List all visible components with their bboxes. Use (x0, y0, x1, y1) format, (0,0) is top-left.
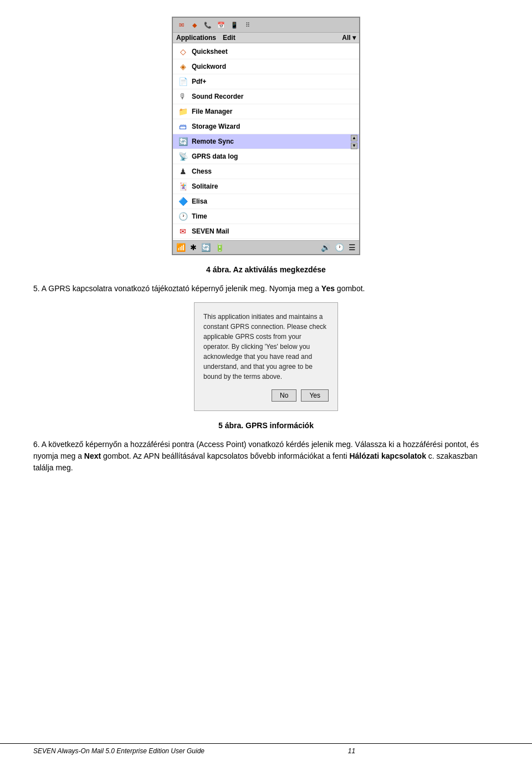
dialog-buttons: No Yes (203, 389, 329, 402)
device-icon: 📱 (229, 20, 239, 30)
elisa-icon: 🔷 (177, 196, 188, 207)
device-menu-bar: Applications Edit All ▾ (173, 33, 359, 43)
bottom-menu-icon: ☰ (349, 243, 356, 252)
app-item-remote-sync[interactable]: 🔄 Remote Sync (173, 134, 359, 149)
menu-items: Applications Edit (176, 34, 236, 42)
paragraph6-prefix: 6. (33, 440, 42, 449)
app-item-elisa[interactable]: 🔷 Elisa (173, 194, 359, 209)
bottom-sync-icon: 🔄 (201, 243, 211, 252)
sound-recorder-icon: 🎙 (177, 91, 188, 102)
paragraph5-text2: gombot. (335, 284, 365, 293)
paragraph5-yes: Yes (321, 284, 335, 293)
bottom-bluetooth-icon: ✱ (190, 243, 197, 252)
footer-page-number: 11 (348, 747, 355, 755)
paragraph6-next: Next (84, 452, 101, 460)
app-item-chess[interactable]: ♟ Chess (173, 164, 359, 179)
paragraph6-text2: gombot. Az APN beállításával kapcsolatos… (101, 452, 349, 460)
phone-icon: 📞 (203, 20, 213, 30)
app-name-gprs-data-log: GPRS data log (192, 153, 238, 160)
footer-center: 11 (204, 747, 499, 755)
paragraph-5: 5. A GPRS kapcsolatra vonatkozó tájékozt… (33, 283, 499, 295)
envelope-icon: ✉ (176, 20, 186, 30)
dialog-text: This application initiates and maintains… (203, 312, 329, 382)
app-name-remote-sync: Remote Sync (192, 138, 234, 145)
device-screen: ✉ ◆ 📞 📅 📱 ⠿ Applications Edit All ▾ (172, 17, 360, 255)
device-bottom-bar: 📶 ✱ 🔄 🔋 🔊 🕐 ☰ (173, 240, 359, 254)
solitaire-icon: 🃏 (177, 181, 188, 192)
diamond-icon: ◆ (190, 20, 200, 30)
bottom-battery-icon: 🔋 (215, 243, 224, 252)
bottom-signal-icon: 📶 (176, 243, 186, 252)
time-icon: 🕐 (177, 211, 188, 222)
app-name-chess: Chess (192, 168, 212, 175)
menu-edit[interactable]: Edit (223, 34, 236, 42)
app-name-elisa: Elisa (192, 197, 207, 205)
gprs-data-log-icon: 📡 (177, 151, 188, 162)
app-item-solitaire[interactable]: 🃏 Solitaire (173, 179, 359, 194)
figure4-caption: 4 ábra. Az aktiválás megkezdése (33, 265, 499, 274)
menu-all[interactable]: All ▾ (342, 34, 356, 42)
app-name-sound-recorder: Sound Recorder (192, 93, 243, 100)
app-name-file-manager: File Manager (192, 108, 232, 115)
app-name-solitaire: Solitaire (192, 182, 218, 190)
apps-icon: ⠿ (243, 20, 253, 30)
paragraph5-text: 5. A GPRS kapcsolatra vonatkozó tájékozt… (33, 284, 321, 293)
bottom-volume-icon: 🔊 (321, 243, 330, 252)
seven-mail-icon: ✉ (177, 226, 188, 237)
top-icons: ✉ ◆ 📞 📅 📱 ⠿ (176, 20, 253, 30)
device-screenshot: ✉ ◆ 📞 📅 📱 ⠿ Applications Edit All ▾ (33, 17, 499, 255)
scroll-up-button[interactable]: ▲ (351, 135, 357, 141)
dialog-no-button[interactable]: No (272, 389, 296, 402)
calendar-icon: 📅 (216, 20, 226, 30)
dialog-yes-button[interactable]: Yes (301, 389, 329, 402)
paragraph-6: 6. A következő képernyőn a hozzáférési p… (33, 439, 499, 474)
app-item-sound-recorder[interactable]: 🎙 Sound Recorder (173, 89, 359, 104)
dialog-container: This application initiates and maintains… (33, 302, 499, 411)
app-name-seven-mail: SEVEN Mail (192, 227, 229, 235)
pdf-icon: 📄 (177, 76, 188, 87)
footer-left-text: SEVEN Always-On Mail 5.0 Enterprise Edit… (33, 747, 204, 755)
quickword-icon: ◈ (177, 61, 188, 72)
device-app-list: ◇ Quicksheet ◈ Quickword 📄 Pdf+ 🎙 Sound … (173, 43, 359, 240)
app-item-storage-wizard[interactable]: 🗃 Storage Wizard (173, 119, 359, 134)
app-item-file-manager[interactable]: 📁 File Manager (173, 104, 359, 119)
figure5-caption: 5 ábra. GPRS információk (33, 421, 499, 430)
figure5-number: 5 ábra. GPRS információk (218, 421, 314, 430)
menu-applications[interactable]: Applications (176, 34, 216, 42)
figure4-number: 4 ábra. Az aktiválás megkezdése (206, 265, 326, 274)
scrollbar[interactable]: ▲ ▼ (350, 43, 358, 240)
paragraph6-bold2: Hálózati kapcsolatok (349, 452, 426, 460)
app-item-pdf[interactable]: 📄 Pdf+ (173, 74, 359, 89)
app-list-wrapper: ◇ Quicksheet ◈ Quickword 📄 Pdf+ 🎙 Sound … (173, 43, 359, 240)
app-item-seven-mail[interactable]: ✉ SEVEN Mail (173, 224, 359, 239)
app-item-gprs-data-log[interactable]: 📡 GPRS data log (173, 149, 359, 164)
device-top-bar: ✉ ◆ 📞 📅 📱 ⠿ (173, 18, 359, 33)
storage-wizard-icon: 🗃 (177, 121, 188, 132)
app-name-quicksheet: Quicksheet (192, 48, 228, 55)
app-item-quicksheet[interactable]: ◇ Quicksheet (173, 44, 359, 59)
app-item-quickword[interactable]: ◈ Quickword (173, 59, 359, 74)
file-manager-icon: 📁 (177, 106, 188, 117)
quicksheet-icon: ◇ (177, 46, 188, 57)
scroll-down-button[interactable]: ▼ (351, 143, 357, 149)
app-item-time[interactable]: 🕐 Time (173, 209, 359, 224)
bottom-clock-icon: 🕐 (335, 243, 344, 252)
chess-icon: ♟ (177, 166, 188, 177)
app-name-storage-wizard: Storage Wizard (192, 123, 240, 130)
gprs-dialog: This application initiates and maintains… (194, 302, 338, 411)
app-name-quickword: Quickword (192, 63, 226, 70)
app-name-time: Time (192, 212, 207, 220)
app-name-pdf: Pdf+ (192, 78, 206, 85)
page-footer: SEVEN Always-On Mail 5.0 Enterprise Edit… (0, 743, 532, 755)
remote-sync-icon: 🔄 (177, 136, 188, 147)
